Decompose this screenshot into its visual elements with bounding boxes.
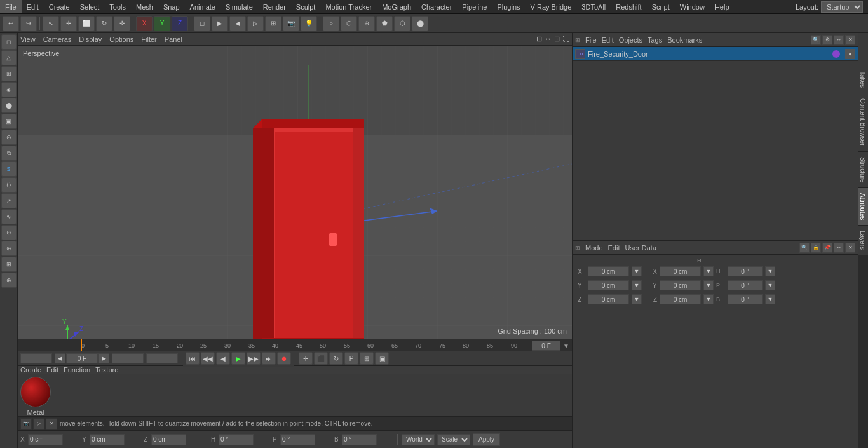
sphere-btn[interactable]: ○ bbox=[323, 16, 339, 31]
film-btn[interactable]: ▶ bbox=[212, 16, 228, 31]
mat-function[interactable]: Function bbox=[64, 366, 90, 374]
viewport-filter-menu[interactable]: Filter bbox=[141, 36, 156, 43]
x-pos-input[interactable] bbox=[28, 434, 63, 445]
frame-step-left[interactable]: ◀ bbox=[55, 353, 65, 363]
attr-x-rot[interactable] bbox=[660, 266, 701, 276]
nurbs-btn[interactable]: ⬟ bbox=[376, 16, 393, 31]
attr-z-pos[interactable] bbox=[588, 294, 629, 304]
xr-input[interactable] bbox=[219, 434, 254, 445]
attr-pin-icon[interactable]: 📌 bbox=[822, 243, 832, 253]
yaxis-btn[interactable]: Y bbox=[154, 16, 170, 31]
attr-z-b[interactable] bbox=[728, 294, 763, 304]
zaxis-btn[interactable]: Z bbox=[172, 16, 188, 31]
attr-lock-icon[interactable]: 🔒 bbox=[811, 243, 821, 253]
layout-dropdown[interactable]: Startup bbox=[821, 1, 863, 13]
attr-close-icon[interactable]: ✕ bbox=[845, 243, 855, 253]
play-back-btn[interactable]: ◀ bbox=[216, 352, 230, 365]
tool-paint[interactable]: ⊛ bbox=[1, 241, 17, 256]
menu-select[interactable]: Select bbox=[75, 0, 105, 13]
viewport-icon3[interactable]: ⊡ bbox=[554, 35, 560, 43]
frame-step-right[interactable]: ▶ bbox=[98, 353, 109, 363]
tool-15[interactable]: ⊕ bbox=[1, 273, 17, 288]
camera-btn[interactable]: 📷 bbox=[283, 16, 299, 31]
record-btn[interactable]: ⏺ bbox=[277, 352, 291, 365]
cube-btn[interactable]: ◻ bbox=[194, 16, 210, 31]
tool-mode-object[interactable]: ◻ bbox=[1, 34, 17, 50]
grid-btn[interactable]: ⊞ bbox=[265, 16, 281, 31]
tool-6[interactable]: ▣ bbox=[1, 114, 17, 129]
status-icon-camera[interactable]: 📷 bbox=[20, 418, 32, 430]
menu-vray[interactable]: V-Ray Bridge bbox=[526, 0, 577, 13]
attr-y-p[interactable] bbox=[728, 280, 763, 290]
menu-plugins[interactable]: Plugins bbox=[492, 0, 525, 13]
deform-btn[interactable]: ⬡ bbox=[394, 16, 410, 31]
attr-x-pos[interactable] bbox=[588, 266, 629, 276]
obj-config-icon[interactable]: ⚙ bbox=[822, 35, 832, 45]
attr-y-pos-arrow[interactable]: ▼ bbox=[632, 280, 642, 290]
tl-tool2[interactable]: ⬛ bbox=[314, 352, 328, 365]
object-row-door[interactable]: Lo Fire_Security_Door ● bbox=[573, 47, 858, 61]
3d-viewport[interactable]: X Y Z Perspective Grid Spacing : 100 cm bbox=[18, 46, 572, 339]
attr-x-rot-arrow[interactable]: ▼ bbox=[703, 266, 714, 276]
attr-y-p-arrow[interactable]: ▼ bbox=[765, 280, 775, 290]
strip-tab-attributes[interactable]: Attributes bbox=[858, 188, 868, 226]
redo-btn[interactable]: ↪ bbox=[20, 16, 37, 31]
tool-11[interactable]: ↗ bbox=[1, 193, 17, 208]
attr-y-rot-arrow[interactable]: ▼ bbox=[703, 280, 714, 290]
film3-btn[interactable]: ▷ bbox=[247, 16, 264, 31]
spline-btn[interactable]: ⊕ bbox=[358, 16, 375, 31]
tool-mode-polygon[interactable]: △ bbox=[1, 50, 17, 65]
obj-close-icon[interactable]: ✕ bbox=[845, 35, 855, 45]
prev-frame-btn[interactable]: ◀◀ bbox=[201, 352, 215, 365]
tool-5[interactable]: ⬤ bbox=[1, 98, 17, 113]
select-tool-btn[interactable]: ↖ bbox=[43, 16, 59, 31]
current-frame-input[interactable] bbox=[66, 353, 98, 363]
tl-tool3[interactable]: ↻ bbox=[329, 352, 343, 365]
strip-tab-layers[interactable]: Layers bbox=[858, 226, 868, 255]
viewport-panel-menu[interactable]: Panel bbox=[165, 36, 182, 43]
move-tool-btn[interactable]: ✛ bbox=[60, 16, 77, 31]
tl-tool6[interactable]: ▣ bbox=[375, 352, 389, 365]
attr-search-icon[interactable]: 🔍 bbox=[799, 243, 810, 253]
menu-create[interactable]: Create bbox=[44, 0, 75, 13]
object-visibility-icon[interactable]: ● bbox=[845, 49, 855, 59]
menu-simulate[interactable]: Simulate bbox=[220, 0, 258, 13]
menu-tools[interactable]: Tools bbox=[104, 0, 131, 13]
menu-render[interactable]: Render bbox=[258, 0, 291, 13]
tool-9[interactable]: S bbox=[1, 161, 17, 177]
goto-start-btn[interactable]: ⏮ bbox=[186, 352, 200, 365]
apply-button[interactable]: Apply bbox=[473, 433, 500, 446]
attr-z-rot-arrow[interactable]: ▼ bbox=[703, 294, 714, 304]
menu-mograph[interactable]: MoGraph bbox=[377, 0, 416, 13]
menu-redshift[interactable]: Redshift bbox=[611, 0, 646, 13]
end-frame-input2[interactable]: 90 F bbox=[146, 353, 178, 363]
material-thumbnail[interactable] bbox=[20, 377, 51, 407]
attr-x-h-arrow[interactable]: ▼ bbox=[765, 266, 775, 276]
menu-character[interactable]: Character bbox=[416, 0, 457, 13]
poly-btn[interactable]: ⬡ bbox=[341, 16, 357, 31]
strip-tab-content[interactable]: Content Browser bbox=[858, 93, 868, 151]
menu-mesh[interactable]: Mesh bbox=[131, 0, 158, 13]
obj-expand-icon[interactable]: ↔ bbox=[834, 35, 844, 45]
viewport-icon1[interactable]: ⊞ bbox=[536, 35, 542, 43]
end-frame-input[interactable]: 90 F bbox=[112, 353, 144, 363]
status-icon-render[interactable]: ▷ bbox=[33, 418, 44, 430]
attr-y-pos[interactable] bbox=[588, 280, 629, 290]
frame-current-input[interactable] bbox=[532, 341, 560, 351]
menu-help[interactable]: Help bbox=[710, 0, 735, 13]
rotate-tool-btn[interactable]: ↻ bbox=[96, 16, 112, 31]
y-pos-input[interactable] bbox=[90, 434, 125, 445]
tool-8[interactable]: ⧉ bbox=[1, 146, 17, 161]
z-pos-input[interactable] bbox=[151, 434, 186, 445]
menu-animate[interactable]: Animate bbox=[185, 0, 220, 13]
tool-uvw[interactable]: ⊞ bbox=[1, 66, 17, 81]
frame-arrow[interactable]: ▼ bbox=[563, 343, 569, 350]
attr-z-b-arrow[interactable]: ▼ bbox=[765, 294, 775, 304]
yr-input[interactable] bbox=[280, 434, 315, 445]
obj-tags[interactable]: Tags bbox=[648, 36, 662, 44]
tool-4[interactable]: ◈ bbox=[1, 82, 17, 97]
tool-grid[interactable]: ⊞ bbox=[1, 257, 17, 272]
viewport-icon2[interactable]: ↔ bbox=[545, 35, 552, 43]
scale-select[interactable]: Scale bbox=[437, 434, 470, 445]
attr-expand-icon[interactable]: ↔ bbox=[834, 243, 844, 253]
